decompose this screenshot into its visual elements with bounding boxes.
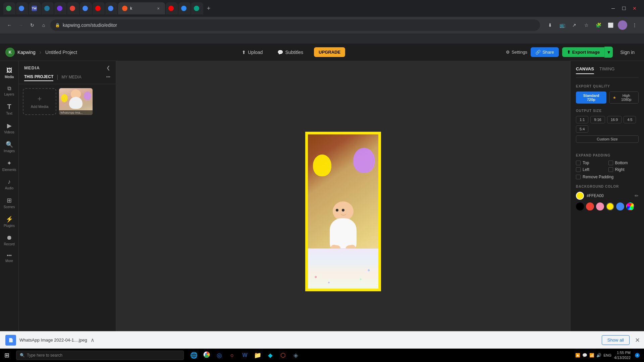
taskbar-app-opera[interactable]: ○ bbox=[226, 349, 238, 361]
remove-padding-checkbox[interactable] bbox=[576, 175, 581, 179]
tab-wordpress[interactable] bbox=[42, 2, 54, 14]
network-icon[interactable]: 📶 bbox=[589, 353, 594, 358]
taskbar-app-edge[interactable]: ◎ bbox=[213, 349, 225, 361]
tab-canvas[interactable]: CANVAS bbox=[576, 66, 594, 74]
quality-standard-button[interactable]: Standard 720p bbox=[576, 92, 606, 104]
size-1-1[interactable]: 1:1 bbox=[576, 116, 588, 123]
quality-high-button[interactable]: ★ High 1080p bbox=[609, 92, 639, 104]
menu-btn[interactable]: ⋮ bbox=[630, 20, 639, 30]
preset-rainbow[interactable] bbox=[626, 202, 634, 210]
chat-icon[interactable]: 💬 bbox=[582, 353, 587, 358]
tab-tw[interactable]: TW bbox=[29, 2, 41, 14]
sidebar-item-videos[interactable]: ▶ Videos bbox=[1, 119, 18, 137]
volume-icon[interactable]: 🔊 bbox=[596, 353, 601, 358]
padding-right[interactable]: Right bbox=[608, 167, 639, 172]
padding-top-checkbox[interactable] bbox=[576, 161, 581, 165]
window-close[interactable]: ✕ bbox=[630, 4, 639, 13]
tab-zoom[interactable] bbox=[178, 2, 191, 14]
tab-youtube2[interactable] bbox=[166, 2, 178, 14]
sign-in-button[interactable]: Sign in bbox=[616, 47, 639, 57]
show-all-button[interactable]: Show all bbox=[602, 335, 630, 345]
padding-bottom-checkbox[interactable] bbox=[608, 161, 613, 165]
share-page-btn[interactable]: ↗ bbox=[570, 20, 579, 30]
share-button[interactable]: 🔗 Share bbox=[531, 47, 559, 57]
tab-ext[interactable] bbox=[67, 2, 79, 14]
tab-my-media[interactable]: MY MEDIA bbox=[62, 73, 82, 81]
cast-btn[interactable]: 📺 bbox=[557, 20, 567, 30]
back-button[interactable]: ← bbox=[5, 20, 14, 30]
tab-google1[interactable] bbox=[16, 2, 28, 14]
taskbar-app-word[interactable]: W bbox=[239, 349, 251, 361]
tab-google2[interactable] bbox=[80, 2, 92, 14]
bookmark-btn[interactable]: ☆ bbox=[582, 20, 591, 30]
window-minimize[interactable]: ─ bbox=[608, 4, 618, 13]
size-4-5[interactable]: 4:5 bbox=[624, 116, 636, 123]
start-button[interactable]: ⊞ bbox=[0, 349, 13, 362]
project-name[interactable]: Untitled Project bbox=[45, 50, 77, 55]
padding-bottom[interactable]: Bottom bbox=[608, 161, 639, 165]
upgrade-button[interactable]: UPGRADE bbox=[314, 47, 345, 57]
home-button[interactable]: ⌂ bbox=[39, 20, 48, 30]
sidebar-item-text[interactable]: T Text bbox=[1, 100, 18, 118]
tab-this-project[interactable]: THIS PROJECT bbox=[24, 73, 53, 81]
window-maximize[interactable]: ☐ bbox=[619, 4, 629, 13]
taskbar-app-chrome[interactable] bbox=[201, 349, 213, 361]
size-16-9[interactable]: 16:9 bbox=[607, 116, 622, 123]
add-media-button[interactable]: + Add Media bbox=[23, 88, 56, 115]
new-tab-button[interactable]: + bbox=[204, 4, 213, 13]
download-btn[interactable]: ⬇ bbox=[545, 20, 555, 30]
address-bar[interactable]: 🔒 kapwing.com/studio/editor bbox=[50, 19, 540, 31]
taskbar-search-bar[interactable]: 🔍 Type here to search bbox=[16, 351, 184, 360]
profile-avatar[interactable] bbox=[618, 20, 627, 30]
sidebar-item-elements[interactable]: ✦ Elements bbox=[1, 157, 18, 174]
canvas-area[interactable]: ✿ ✿ ✿ ✿ bbox=[116, 61, 570, 362]
forward-button[interactable]: → bbox=[16, 20, 25, 30]
sidebar-item-scenes[interactable]: ⊞ Scenes bbox=[1, 194, 18, 212]
split-btn[interactable]: ⬜ bbox=[606, 20, 615, 30]
size-9-16[interactable]: 9:16 bbox=[590, 116, 605, 123]
bottom-close-button[interactable]: ✕ bbox=[635, 337, 640, 344]
tab-google3[interactable] bbox=[105, 2, 117, 14]
padding-top[interactable]: Top bbox=[576, 161, 606, 165]
preset-red[interactable] bbox=[586, 202, 594, 210]
sidebar-item-media[interactable]: 🖼 Media bbox=[1, 64, 18, 81]
taskbar-app-explorer[interactable]: 📁 bbox=[252, 349, 264, 361]
sidebar-item-plugins[interactable]: ⚡ Plugins bbox=[1, 213, 18, 230]
bottom-chevron-icon[interactable]: ∧ bbox=[91, 337, 95, 343]
main-color-swatch[interactable] bbox=[576, 192, 584, 200]
export-dropdown[interactable]: ▾ bbox=[604, 47, 613, 58]
padding-right-checkbox[interactable] bbox=[608, 167, 613, 172]
tab-upwork[interactable] bbox=[3, 2, 15, 14]
media-thumbnail-0[interactable]: WhatsApp Ima... bbox=[59, 88, 93, 115]
preset-pink[interactable] bbox=[596, 202, 604, 210]
padding-left-checkbox[interactable] bbox=[576, 167, 581, 172]
sidebar-item-layers[interactable]: ⧉ Layers bbox=[1, 83, 18, 99]
taskbar-app-app3[interactable]: ◈ bbox=[290, 349, 302, 361]
media-panel-close-button[interactable]: ❮ bbox=[106, 65, 110, 70]
tab-close-kapwing[interactable]: ✕ bbox=[156, 6, 161, 11]
padding-left[interactable]: Left bbox=[576, 167, 606, 172]
subtitles-button[interactable]: 💬 Subtitles bbox=[273, 48, 307, 57]
arrow-up-icon[interactable]: 🔼 bbox=[575, 353, 580, 358]
brand-logo[interactable]: K bbox=[5, 48, 15, 57]
sidebar-item-audio[interactable]: ♪ Audio bbox=[1, 176, 18, 193]
sidebar-item-record[interactable]: ⏺ Record bbox=[1, 232, 18, 249]
sidebar-item-more[interactable]: ••• More bbox=[1, 250, 18, 265]
preset-black[interactable] bbox=[576, 202, 584, 210]
tab-timing[interactable]: TIMING bbox=[599, 66, 615, 74]
tab-kapwing[interactable]: k ✕ bbox=[118, 2, 165, 14]
remove-padding-button[interactable]: Remove Padding bbox=[576, 175, 639, 179]
tab-pexels[interactable] bbox=[191, 2, 203, 14]
export-button[interactable]: ⬆ Export Image bbox=[562, 47, 604, 57]
preset-yellow[interactable] bbox=[606, 202, 614, 210]
taskbar-app-app2[interactable]: ⬡ bbox=[277, 349, 289, 361]
settings-button[interactable]: ⚙ Settings bbox=[506, 50, 527, 55]
extensions-btn[interactable]: 🧩 bbox=[594, 20, 603, 30]
edit-color-icon[interactable]: ✏ bbox=[635, 193, 639, 198]
taskbar-app-app1[interactable]: ◆ bbox=[264, 349, 276, 361]
reload-button[interactable]: ↻ bbox=[28, 20, 37, 30]
taskbar-app-ie[interactable]: 🌐 bbox=[188, 349, 200, 361]
tab-purple[interactable] bbox=[54, 2, 66, 14]
size-5-4[interactable]: 5:4 bbox=[576, 125, 588, 133]
custom-size-button[interactable]: Custom Size bbox=[576, 135, 639, 143]
